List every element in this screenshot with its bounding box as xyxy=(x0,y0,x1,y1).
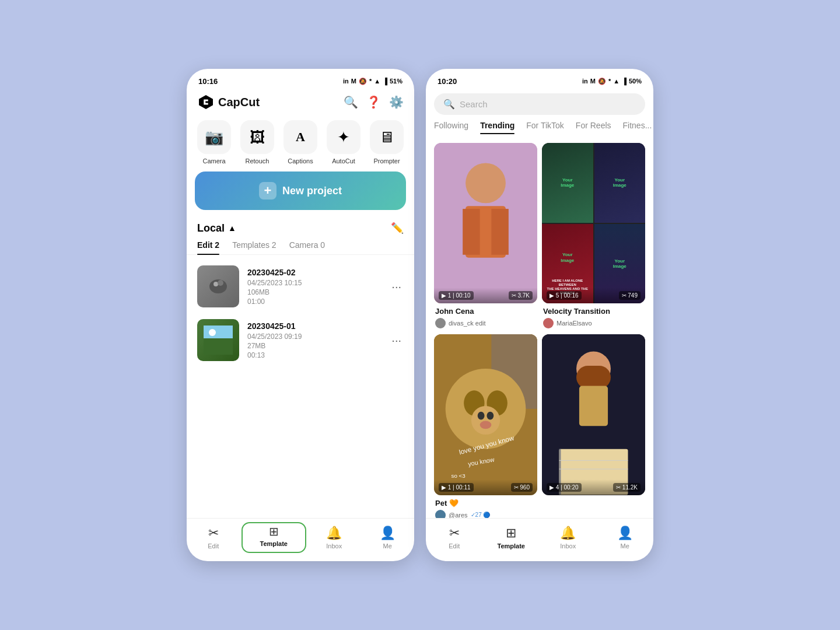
nav-edit-2[interactable]: ✂ Edit xyxy=(426,523,483,552)
capcut-header: CapCut 🔍 ❓ ⚙️ xyxy=(187,90,414,117)
search-icon[interactable]: 🔍 xyxy=(344,95,358,109)
nav-edit-label-1: Edit xyxy=(208,542,219,550)
velocity-grid: YourImage YourImage HERE I AM ALONE BETW… xyxy=(542,143,645,303)
velocity-title: Velocity Transition xyxy=(543,307,644,316)
stars-svg xyxy=(542,334,645,495)
nav-inbox-icon-1: 🔔 xyxy=(326,526,342,541)
prompter-action[interactable]: 🖥 Prompter xyxy=(370,120,404,164)
john-cena-avatar xyxy=(435,318,446,328)
nav-template-label-2: Template xyxy=(498,542,525,550)
bottom-nav-2: ✂ Edit ⊞ Template 🔔 Inbox 👤 Me xyxy=(426,518,653,561)
captions-icon: A xyxy=(296,130,305,145)
john-cena-author: divas_ck edit xyxy=(435,318,536,328)
velocity-cell-1: YourImage xyxy=(542,143,593,223)
nav-me-label-1: Me xyxy=(383,542,392,550)
nav-template-icon-1: ⊞ xyxy=(269,524,279,538)
category-tabs: Following Trending For TikTok For Reels … xyxy=(426,121,653,138)
project-item-1[interactable]: 20230425-02 04/25/2023 10:15 106MB 01:00… xyxy=(187,260,414,313)
settings-icon[interactable]: ⚙️ xyxy=(389,95,404,109)
local-arrow-icon[interactable]: ▲ xyxy=(228,223,236,233)
john-cena-badge: ▶ 1 | 00:10 xyxy=(439,291,474,300)
retouch-action[interactable]: 🖼 Retouch xyxy=(240,120,274,164)
nav-inbox-2[interactable]: 🔔 Inbox xyxy=(540,523,597,552)
wifi-icon: ▲ xyxy=(374,78,380,85)
velocity-cell-2: YourImage xyxy=(594,143,646,223)
time-1: 10:16 xyxy=(198,77,218,86)
nav-me-icon-1: 👤 xyxy=(380,526,396,541)
prompter-icon: 🖥 xyxy=(379,128,394,146)
nav-me-2[interactable]: 👤 Me xyxy=(597,523,654,552)
prompter-label: Prompter xyxy=(373,158,400,164)
tab-edit[interactable]: Edit 2 xyxy=(197,240,219,254)
cat-tab-reels[interactable]: For Reels xyxy=(576,121,611,134)
status-icons-2: in M 🔕 * ▲ ▐ 50% xyxy=(582,78,642,85)
project-size-2: 27MB xyxy=(247,342,381,350)
project-thumb-icon-2 xyxy=(204,326,233,355)
new-project-label: New project xyxy=(282,185,342,197)
search-bar[interactable]: 🔍 Search xyxy=(434,93,645,115)
project-size-1: 106MB xyxy=(247,288,381,296)
john-cena-title: John Cena xyxy=(435,307,536,316)
template-thumb-pet: love you you know you know so <3 ▶ 1 | 0… xyxy=(434,334,537,495)
pet-svg: love you you know you know so <3 xyxy=(434,334,537,495)
template-card-john-cena[interactable]: ▶ 1 | 00:10 ✂ 3.7K John Cena divas_ck ed… xyxy=(434,143,537,330)
cat-tab-fitness[interactable]: Fitnes... xyxy=(623,121,652,134)
project-thumb-icon-1 xyxy=(206,275,230,298)
pet-author-name: @ares xyxy=(449,512,468,518)
project-list: 20230425-02 04/25/2023 10:15 106MB 01:00… xyxy=(187,255,414,518)
svg-point-16 xyxy=(471,406,500,435)
autocut-icon-container: ✦ xyxy=(327,120,360,154)
project-thumb-2 xyxy=(197,319,239,361)
tab-camera[interactable]: Camera 0 xyxy=(289,240,325,254)
bluetooth-icon: * xyxy=(369,78,372,85)
project-more-1[interactable]: ··· xyxy=(389,278,404,296)
signal-icon: ▐ xyxy=(383,78,387,85)
pet-uses: ✂ 960 xyxy=(511,483,533,492)
autocut-action[interactable]: ✦ AutoCut xyxy=(327,120,360,164)
john-cena-uses: ✂ 3.7K xyxy=(509,291,533,300)
nav-template-1[interactable]: ⊞ Template xyxy=(242,522,307,553)
svg-rect-26 xyxy=(579,386,608,426)
project-item-2[interactable]: 20230425-01 04/25/2023 09:19 27MB 00:13 … xyxy=(187,313,414,367)
cat-tab-tiktok[interactable]: For TikTok xyxy=(526,121,564,134)
nav-template-icon-2: ⊞ xyxy=(506,526,516,541)
template-card-pet[interactable]: love you you know you know so <3 ▶ 1 | 0… xyxy=(434,334,537,518)
pet-avatar xyxy=(435,510,446,518)
retouch-label: Retouch xyxy=(246,158,270,164)
velocity-uses: ✂ 749 xyxy=(619,291,640,300)
battery-1: 51% xyxy=(390,78,402,85)
svg-point-18 xyxy=(487,412,494,420)
camera-label: Camera xyxy=(202,158,225,164)
new-project-button[interactable]: + New project xyxy=(195,172,406,210)
nav-template-2[interactable]: ⊞ Template xyxy=(483,523,540,552)
retouch-icon: 🖼 xyxy=(250,128,265,146)
nav-inbox-icon-2: 🔔 xyxy=(560,526,576,541)
local-edit-icon[interactable]: ✏️ xyxy=(391,222,404,235)
cat-tab-trending[interactable]: Trending xyxy=(480,121,514,134)
nav-edit-1[interactable]: ✂ Edit xyxy=(187,523,240,552)
help-icon[interactable]: ❓ xyxy=(366,95,381,109)
svg-rect-3 xyxy=(204,337,233,355)
tab-templates[interactable]: Templates 2 xyxy=(232,240,276,254)
bottom-nav-1: ✂ Edit ⊞ Template 🔔 Inbox 👤 Me xyxy=(187,518,414,561)
camera-icon-container: 📷 xyxy=(197,120,231,154)
nav-inbox-1[interactable]: 🔔 Inbox xyxy=(307,523,361,552)
nav-me-icon-2: 👤 xyxy=(617,526,633,541)
prompter-icon-container: 🖥 xyxy=(370,120,404,154)
search-bar-icon: 🔍 xyxy=(443,99,455,110)
template-card-velocity[interactable]: YourImage YourImage HERE I AM ALONE BETW… xyxy=(542,143,645,330)
cat-tab-following[interactable]: Following xyxy=(434,121,468,134)
captions-action[interactable]: A Captions xyxy=(284,120,317,164)
gmail-icon-2: M xyxy=(590,78,596,85)
template-card-stars[interactable]: ▶ 4 | 00:20 ✂ 11.2K xyxy=(542,334,645,518)
stars-overlay: ▶ 4 | 00:20 ✂ 11.2K xyxy=(542,480,645,495)
svg-rect-4 xyxy=(204,326,233,338)
local-header: Local ▲ ✏️ xyxy=(187,219,414,240)
nav-inbox-label-2: Inbox xyxy=(560,542,576,550)
camera-action[interactable]: 📷 Camera xyxy=(197,120,231,164)
project-more-2[interactable]: ··· xyxy=(389,331,404,349)
nav-me-1[interactable]: 👤 Me xyxy=(361,523,415,552)
svg-point-17 xyxy=(478,412,485,420)
pet-info: Pet 🧡 @ares ✓27 🔵 xyxy=(434,495,537,518)
camera-icon: 📷 xyxy=(205,128,223,146)
